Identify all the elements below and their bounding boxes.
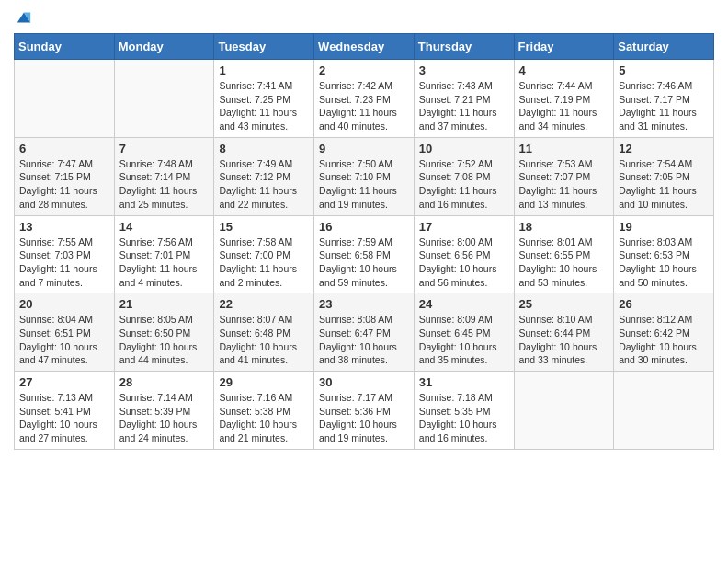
calendar-cell: 19Sunrise: 8:03 AM Sunset: 6:53 PM Dayli… — [614, 215, 714, 293]
calendar-cell: 23Sunrise: 8:08 AM Sunset: 6:47 PM Dayli… — [314, 293, 415, 372]
cell-info: Sunrise: 7:49 AM Sunset: 7:12 PM Dayligh… — [219, 157, 309, 212]
day-number: 14 — [119, 220, 210, 234]
logo — [14, 9, 32, 26]
cell-info: Sunrise: 8:09 AM Sunset: 6:45 PM Dayligh… — [419, 313, 509, 367]
calendar-cell: 20Sunrise: 8:04 AM Sunset: 6:51 PM Dayli… — [15, 293, 115, 372]
page-container: SundayMondayTuesdayWednesdayThursdayFrid… — [0, 0, 728, 464]
calendar-cell: 4Sunrise: 7:44 AM Sunset: 7:19 PM Daylig… — [514, 60, 614, 138]
cell-info: Sunrise: 7:43 AM Sunset: 7:21 PM Dayligh… — [419, 79, 509, 133]
calendar-cell: 28Sunrise: 7:14 AM Sunset: 5:39 PM Dayli… — [114, 372, 214, 450]
day-number: 20 — [19, 297, 109, 311]
calendar-week-row: 27Sunrise: 7:13 AM Sunset: 5:41 PM Dayli… — [15, 372, 714, 450]
day-number: 25 — [519, 297, 609, 311]
cell-info: Sunrise: 8:01 AM Sunset: 6:55 PM Dayligh… — [519, 236, 609, 290]
cell-info: Sunrise: 7:44 AM Sunset: 7:19 PM Dayligh… — [519, 79, 609, 133]
calendar-table: SundayMondayTuesdayWednesdayThursdayFrid… — [14, 33, 714, 450]
cell-info: Sunrise: 8:00 AM Sunset: 6:56 PM Dayligh… — [419, 236, 509, 290]
calendar-cell: 17Sunrise: 8:00 AM Sunset: 6:56 PM Dayli… — [414, 215, 514, 293]
cell-info: Sunrise: 7:48 AM Sunset: 7:14 PM Dayligh… — [119, 157, 210, 212]
cell-info: Sunrise: 7:50 AM Sunset: 7:10 PM Dayligh… — [319, 157, 409, 212]
logo-icon — [16, 9, 32, 26]
day-number: 4 — [519, 63, 609, 77]
calendar-cell: 9Sunrise: 7:50 AM Sunset: 7:10 PM Daylig… — [314, 137, 415, 215]
calendar-cell — [614, 372, 714, 450]
cell-info: Sunrise: 7:47 AM Sunset: 7:15 PM Dayligh… — [19, 157, 109, 212]
calendar-header-friday: Friday — [514, 34, 614, 60]
calendar-week-row: 6Sunrise: 7:47 AM Sunset: 7:15 PM Daylig… — [15, 137, 714, 215]
calendar-cell: 10Sunrise: 7:52 AM Sunset: 7:08 PM Dayli… — [414, 137, 514, 215]
day-number: 7 — [119, 142, 210, 155]
cell-info: Sunrise: 7:53 AM Sunset: 7:07 PM Dayligh… — [519, 157, 609, 212]
calendar-week-row: 20Sunrise: 8:04 AM Sunset: 6:51 PM Dayli… — [15, 293, 714, 372]
calendar-cell — [514, 372, 614, 450]
cell-info: Sunrise: 7:18 AM Sunset: 5:35 PM Dayligh… — [419, 391, 509, 445]
calendar-cell: 5Sunrise: 7:46 AM Sunset: 7:17 PM Daylig… — [614, 60, 714, 138]
day-number: 15 — [219, 220, 309, 234]
day-number: 2 — [319, 63, 409, 77]
day-number: 19 — [619, 220, 709, 234]
calendar-cell: 8Sunrise: 7:49 AM Sunset: 7:12 PM Daylig… — [214, 137, 314, 215]
day-number: 29 — [219, 375, 309, 389]
calendar-cell: 1Sunrise: 7:41 AM Sunset: 7:25 PM Daylig… — [214, 60, 314, 138]
day-number: 26 — [619, 297, 709, 311]
cell-info: Sunrise: 8:05 AM Sunset: 6:50 PM Dayligh… — [119, 313, 210, 367]
cell-info: Sunrise: 7:42 AM Sunset: 7:23 PM Dayligh… — [319, 79, 409, 133]
cell-info: Sunrise: 8:03 AM Sunset: 6:53 PM Dayligh… — [619, 236, 709, 290]
day-number: 24 — [419, 297, 509, 311]
calendar-cell: 18Sunrise: 8:01 AM Sunset: 6:55 PM Dayli… — [514, 215, 614, 293]
cell-info: Sunrise: 7:56 AM Sunset: 7:01 PM Dayligh… — [119, 236, 210, 290]
cell-info: Sunrise: 7:55 AM Sunset: 7:03 PM Dayligh… — [19, 236, 109, 290]
cell-info: Sunrise: 7:17 AM Sunset: 5:36 PM Dayligh… — [319, 391, 409, 445]
calendar-cell: 22Sunrise: 8:07 AM Sunset: 6:48 PM Dayli… — [214, 293, 314, 372]
calendar-week-row: 1Sunrise: 7:41 AM Sunset: 7:25 PM Daylig… — [15, 60, 714, 138]
calendar-cell: 21Sunrise: 8:05 AM Sunset: 6:50 PM Dayli… — [114, 293, 214, 372]
day-number: 12 — [619, 142, 709, 155]
day-number: 23 — [319, 297, 409, 311]
cell-info: Sunrise: 7:54 AM Sunset: 7:05 PM Dayligh… — [619, 157, 709, 212]
day-number: 11 — [519, 142, 609, 155]
calendar-week-row: 13Sunrise: 7:55 AM Sunset: 7:03 PM Dayli… — [15, 215, 714, 293]
calendar-header-monday: Monday — [114, 34, 214, 60]
day-number: 16 — [319, 220, 409, 234]
cell-info: Sunrise: 7:59 AM Sunset: 6:58 PM Dayligh… — [319, 236, 409, 290]
day-number: 17 — [419, 220, 509, 234]
calendar-cell: 26Sunrise: 8:12 AM Sunset: 6:42 PM Dayli… — [614, 293, 714, 372]
calendar-cell: 30Sunrise: 7:17 AM Sunset: 5:36 PM Dayli… — [314, 372, 415, 450]
calendar-cell: 31Sunrise: 7:18 AM Sunset: 5:35 PM Dayli… — [414, 372, 514, 450]
calendar-cell: 13Sunrise: 7:55 AM Sunset: 7:03 PM Dayli… — [15, 215, 115, 293]
cell-info: Sunrise: 7:52 AM Sunset: 7:08 PM Dayligh… — [419, 157, 509, 212]
calendar-header-tuesday: Tuesday — [214, 34, 314, 60]
calendar-header-thursday: Thursday — [414, 34, 514, 60]
cell-info: Sunrise: 8:12 AM Sunset: 6:42 PM Dayligh… — [619, 313, 709, 367]
calendar-cell: 16Sunrise: 7:59 AM Sunset: 6:58 PM Dayli… — [314, 215, 415, 293]
cell-info: Sunrise: 7:58 AM Sunset: 7:00 PM Dayligh… — [219, 236, 309, 290]
day-number: 5 — [619, 63, 709, 77]
day-number: 6 — [19, 142, 109, 155]
cell-info: Sunrise: 7:41 AM Sunset: 7:25 PM Dayligh… — [219, 79, 309, 133]
calendar-cell: 29Sunrise: 7:16 AM Sunset: 5:38 PM Dayli… — [214, 372, 314, 450]
calendar-cell — [15, 60, 115, 138]
calendar-header-sunday: Sunday — [15, 34, 115, 60]
cell-info: Sunrise: 7:16 AM Sunset: 5:38 PM Dayligh… — [219, 391, 309, 445]
cell-info: Sunrise: 7:46 AM Sunset: 7:17 PM Dayligh… — [619, 79, 709, 133]
calendar-cell: 2Sunrise: 7:42 AM Sunset: 7:23 PM Daylig… — [314, 60, 415, 138]
calendar-cell: 12Sunrise: 7:54 AM Sunset: 7:05 PM Dayli… — [614, 137, 714, 215]
cell-info: Sunrise: 8:07 AM Sunset: 6:48 PM Dayligh… — [219, 313, 309, 367]
cell-info: Sunrise: 7:14 AM Sunset: 5:39 PM Dayligh… — [119, 391, 210, 445]
calendar-cell: 15Sunrise: 7:58 AM Sunset: 7:00 PM Dayli… — [214, 215, 314, 293]
day-number: 27 — [19, 375, 109, 389]
calendar-cell: 27Sunrise: 7:13 AM Sunset: 5:41 PM Dayli… — [15, 372, 115, 450]
day-number: 3 — [419, 63, 509, 77]
day-number: 22 — [219, 297, 309, 311]
day-number: 9 — [319, 142, 409, 155]
calendar-cell — [114, 60, 214, 138]
calendar-header-saturday: Saturday — [614, 34, 714, 60]
calendar-cell: 24Sunrise: 8:09 AM Sunset: 6:45 PM Dayli… — [414, 293, 514, 372]
cell-info: Sunrise: 8:10 AM Sunset: 6:44 PM Dayligh… — [519, 313, 609, 367]
calendar-header-row: SundayMondayTuesdayWednesdayThursdayFrid… — [15, 34, 714, 60]
calendar-cell: 14Sunrise: 7:56 AM Sunset: 7:01 PM Dayli… — [114, 215, 214, 293]
calendar-cell: 3Sunrise: 7:43 AM Sunset: 7:21 PM Daylig… — [414, 60, 514, 138]
day-number: 10 — [419, 142, 509, 155]
day-number: 8 — [219, 142, 309, 155]
day-number: 1 — [219, 63, 309, 77]
